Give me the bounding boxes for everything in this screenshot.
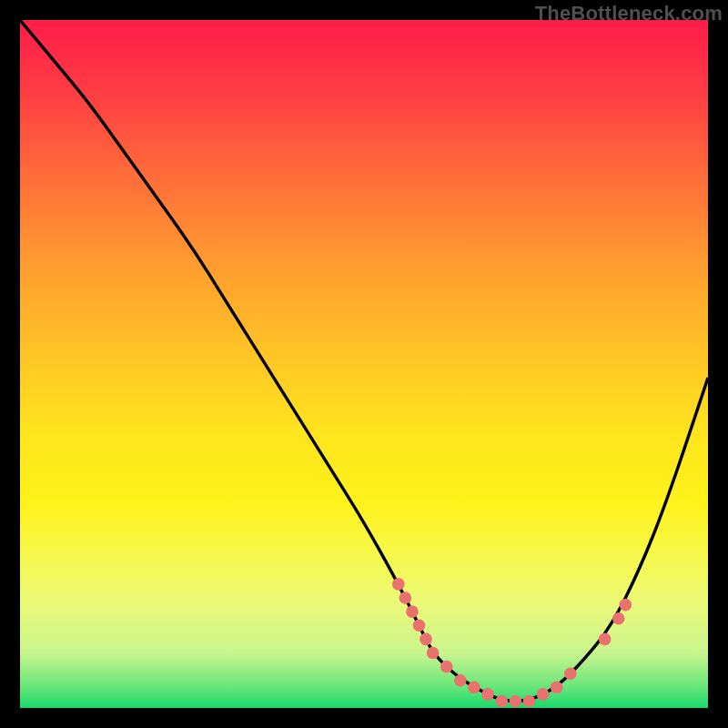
highlight-dot xyxy=(406,605,419,618)
highlight-dot xyxy=(413,619,426,632)
chart-frame xyxy=(20,20,708,708)
highlight-dot xyxy=(392,578,405,591)
highlight-dot xyxy=(481,688,494,701)
highlight-dot xyxy=(599,633,612,646)
highlight-dot xyxy=(427,647,440,660)
highlight-dot xyxy=(468,682,480,694)
highlight-dot xyxy=(399,592,412,604)
highlight-dot xyxy=(564,667,577,680)
highlight-dot xyxy=(510,695,522,708)
highlight-dot xyxy=(454,674,467,687)
highlight-dot xyxy=(619,599,632,612)
highlight-dot xyxy=(537,688,550,701)
highlight-dot xyxy=(612,612,625,625)
highlight-dot xyxy=(551,682,563,694)
highlight-dot xyxy=(420,633,432,646)
watermark-text: TheBottleneck.com xyxy=(535,2,723,25)
highlight-dot xyxy=(523,695,536,708)
highlight-dot xyxy=(440,661,453,673)
highlight-dot xyxy=(495,695,508,708)
highlight-dots xyxy=(392,578,632,707)
curve-layer xyxy=(20,20,708,708)
bottleneck-curve xyxy=(20,20,708,701)
